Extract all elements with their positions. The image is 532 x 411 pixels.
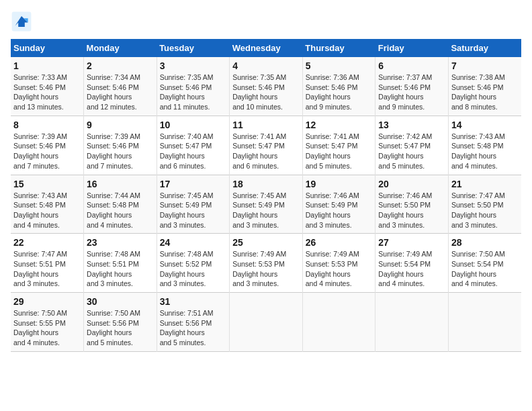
day-cell: 23 Sunrise: 7:48 AM Sunset: 5:51 PM Dayl… bbox=[84, 234, 157, 293]
day-number: 12 bbox=[306, 120, 373, 130]
day-cell: 21 Sunrise: 7:47 AM Sunset: 5:50 PM Dayl… bbox=[448, 175, 521, 234]
day-number: 21 bbox=[451, 179, 519, 189]
day-number: 20 bbox=[378, 179, 445, 189]
day-info: Sunrise: 7:39 AM Sunset: 5:46 PM Dayligh… bbox=[13, 132, 81, 171]
day-cell: 24 Sunrise: 7:48 AM Sunset: 5:52 PM Dayl… bbox=[157, 234, 230, 293]
week-row-1: 1 Sunrise: 7:33 AM Sunset: 5:46 PM Dayli… bbox=[11, 57, 521, 116]
day-number: 2 bbox=[87, 60, 154, 71]
day-info: Sunrise: 7:37 AM Sunset: 5:46 PM Dayligh… bbox=[378, 73, 445, 112]
day-cell: 17 Sunrise: 7:45 AM Sunset: 5:49 PM Dayl… bbox=[157, 175, 230, 234]
day-cell: 18 Sunrise: 7:45 AM Sunset: 5:49 PM Dayl… bbox=[230, 175, 303, 234]
day-number: 27 bbox=[378, 237, 445, 248]
week-row-2: 8 Sunrise: 7:39 AM Sunset: 5:46 PM Dayli… bbox=[11, 116, 521, 175]
day-cell bbox=[302, 293, 375, 352]
day-cell: 9 Sunrise: 7:39 AM Sunset: 5:46 PM Dayli… bbox=[84, 116, 157, 175]
week-row-4: 22 Sunrise: 7:47 AM Sunset: 5:51 PM Dayl… bbox=[11, 234, 521, 293]
day-cell bbox=[230, 293, 303, 352]
day-cell: 19 Sunrise: 7:46 AM Sunset: 5:49 PM Dayl… bbox=[302, 175, 375, 234]
day-info: Sunrise: 7:39 AM Sunset: 5:46 PM Dayligh… bbox=[87, 132, 154, 171]
day-info: Sunrise: 7:41 AM Sunset: 5:47 PM Dayligh… bbox=[232, 132, 300, 171]
day-number: 17 bbox=[160, 179, 227, 189]
day-cell: 15 Sunrise: 7:43 AM Sunset: 5:48 PM Dayl… bbox=[11, 175, 84, 234]
day-info: Sunrise: 7:47 AM Sunset: 5:51 PM Dayligh… bbox=[13, 249, 81, 289]
day-cell: 11 Sunrise: 7:41 AM Sunset: 5:47 PM Dayl… bbox=[230, 116, 303, 175]
day-number: 9 bbox=[87, 120, 154, 130]
day-header-saturday: Saturday bbox=[448, 39, 521, 57]
day-cell: 31 Sunrise: 7:51 AM Sunset: 5:56 PM Dayl… bbox=[157, 293, 230, 352]
day-info: Sunrise: 7:50 AM Sunset: 5:55 PM Dayligh… bbox=[13, 308, 81, 348]
day-cell: 20 Sunrise: 7:46 AM Sunset: 5:50 PM Dayl… bbox=[375, 175, 449, 234]
header-row: SundayMondayTuesdayWednesdayThursdayFrid… bbox=[11, 39, 521, 57]
day-cell: 7 Sunrise: 7:38 AM Sunset: 5:46 PM Dayli… bbox=[448, 57, 521, 116]
day-number: 7 bbox=[451, 60, 519, 71]
day-cell: 13 Sunrise: 7:42 AM Sunset: 5:47 PM Dayl… bbox=[375, 116, 449, 175]
day-number: 11 bbox=[232, 120, 300, 130]
day-info: Sunrise: 7:46 AM Sunset: 5:50 PM Dayligh… bbox=[378, 191, 445, 230]
day-info: Sunrise: 7:45 AM Sunset: 5:49 PM Dayligh… bbox=[232, 191, 300, 230]
day-number: 15 bbox=[13, 179, 81, 189]
day-cell: 27 Sunrise: 7:49 AM Sunset: 5:54 PM Dayl… bbox=[375, 234, 449, 293]
day-number: 25 bbox=[232, 237, 300, 248]
day-info: Sunrise: 7:48 AM Sunset: 5:52 PM Dayligh… bbox=[160, 249, 227, 289]
day-cell: 5 Sunrise: 7:36 AM Sunset: 5:46 PM Dayli… bbox=[302, 57, 375, 116]
day-info: Sunrise: 7:47 AM Sunset: 5:50 PM Dayligh… bbox=[451, 191, 519, 230]
day-number: 22 bbox=[13, 237, 81, 248]
day-info: Sunrise: 7:48 AM Sunset: 5:51 PM Dayligh… bbox=[87, 249, 154, 289]
day-number: 30 bbox=[87, 296, 154, 307]
day-cell: 25 Sunrise: 7:49 AM Sunset: 5:53 PM Dayl… bbox=[230, 234, 303, 293]
day-info: Sunrise: 7:40 AM Sunset: 5:47 PM Dayligh… bbox=[160, 132, 227, 171]
day-number: 13 bbox=[378, 120, 445, 130]
day-cell: 16 Sunrise: 7:44 AM Sunset: 5:48 PM Dayl… bbox=[84, 175, 157, 234]
day-number: 28 bbox=[451, 237, 519, 248]
day-cell: 14 Sunrise: 7:43 AM Sunset: 5:48 PM Dayl… bbox=[448, 116, 521, 175]
day-info: Sunrise: 7:42 AM Sunset: 5:47 PM Dayligh… bbox=[378, 132, 445, 171]
day-info: Sunrise: 7:50 AM Sunset: 5:56 PM Dayligh… bbox=[87, 308, 154, 348]
week-row-5: 29 Sunrise: 7:50 AM Sunset: 5:55 PM Dayl… bbox=[11, 293, 521, 352]
day-cell: 6 Sunrise: 7:37 AM Sunset: 5:46 PM Dayli… bbox=[375, 57, 449, 116]
day-header-wednesday: Wednesday bbox=[230, 39, 303, 57]
day-info: Sunrise: 7:35 AM Sunset: 5:46 PM Dayligh… bbox=[232, 73, 300, 112]
day-info: Sunrise: 7:45 AM Sunset: 5:49 PM Dayligh… bbox=[160, 191, 227, 230]
day-info: Sunrise: 7:49 AM Sunset: 5:53 PM Dayligh… bbox=[232, 249, 300, 289]
day-number: 26 bbox=[306, 237, 373, 248]
day-number: 3 bbox=[160, 60, 227, 71]
day-number: 31 bbox=[160, 296, 227, 307]
day-cell: 26 Sunrise: 7:49 AM Sunset: 5:53 PM Dayl… bbox=[302, 234, 375, 293]
day-info: Sunrise: 7:51 AM Sunset: 5:56 PM Dayligh… bbox=[160, 308, 227, 348]
day-info: Sunrise: 7:44 AM Sunset: 5:48 PM Dayligh… bbox=[87, 191, 154, 230]
day-cell: 29 Sunrise: 7:50 AM Sunset: 5:55 PM Dayl… bbox=[11, 293, 84, 352]
day-cell: 30 Sunrise: 7:50 AM Sunset: 5:56 PM Dayl… bbox=[84, 293, 157, 352]
day-cell bbox=[375, 293, 449, 352]
day-info: Sunrise: 7:43 AM Sunset: 5:48 PM Dayligh… bbox=[451, 132, 519, 171]
day-info: Sunrise: 7:38 AM Sunset: 5:46 PM Dayligh… bbox=[451, 73, 519, 112]
day-cell: 3 Sunrise: 7:35 AM Sunset: 5:46 PM Dayli… bbox=[157, 57, 230, 116]
header bbox=[11, 11, 521, 32]
day-info: Sunrise: 7:49 AM Sunset: 5:53 PM Dayligh… bbox=[306, 249, 373, 289]
day-number: 14 bbox=[451, 120, 519, 130]
day-cell: 1 Sunrise: 7:33 AM Sunset: 5:46 PM Dayli… bbox=[11, 57, 84, 116]
week-row-3: 15 Sunrise: 7:43 AM Sunset: 5:48 PM Dayl… bbox=[11, 175, 521, 234]
day-number: 18 bbox=[232, 179, 300, 189]
day-info: Sunrise: 7:50 AM Sunset: 5:54 PM Dayligh… bbox=[451, 249, 519, 289]
day-header-sunday: Sunday bbox=[11, 39, 84, 57]
day-info: Sunrise: 7:43 AM Sunset: 5:48 PM Dayligh… bbox=[13, 191, 81, 230]
day-header-thursday: Thursday bbox=[302, 39, 375, 57]
day-info: Sunrise: 7:35 AM Sunset: 5:46 PM Dayligh… bbox=[160, 73, 227, 112]
day-number: 5 bbox=[306, 60, 373, 71]
day-number: 24 bbox=[160, 237, 227, 248]
day-number: 4 bbox=[232, 60, 300, 71]
day-info: Sunrise: 7:49 AM Sunset: 5:54 PM Dayligh… bbox=[378, 249, 445, 289]
calendar-table: SundayMondayTuesdayWednesdayThursdayFrid… bbox=[11, 39, 521, 352]
day-cell: 22 Sunrise: 7:47 AM Sunset: 5:51 PM Dayl… bbox=[11, 234, 84, 293]
day-cell: 12 Sunrise: 7:41 AM Sunset: 5:47 PM Dayl… bbox=[302, 116, 375, 175]
day-number: 1 bbox=[13, 60, 81, 71]
day-header-tuesday: Tuesday bbox=[157, 39, 230, 57]
day-number: 23 bbox=[87, 237, 154, 248]
day-cell: 2 Sunrise: 7:34 AM Sunset: 5:46 PM Dayli… bbox=[84, 57, 157, 116]
day-info: Sunrise: 7:41 AM Sunset: 5:47 PM Dayligh… bbox=[306, 132, 373, 171]
day-info: Sunrise: 7:34 AM Sunset: 5:46 PM Dayligh… bbox=[87, 73, 154, 112]
day-number: 6 bbox=[378, 60, 445, 71]
day-cell: 8 Sunrise: 7:39 AM Sunset: 5:46 PM Dayli… bbox=[11, 116, 84, 175]
day-number: 10 bbox=[160, 120, 227, 130]
day-header-friday: Friday bbox=[375, 39, 449, 57]
